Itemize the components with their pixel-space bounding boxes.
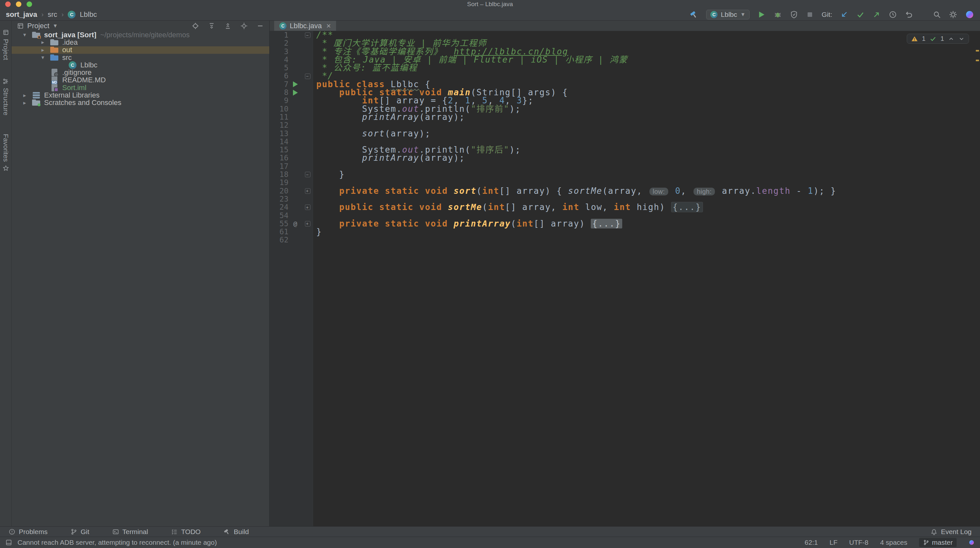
run-icon[interactable]: [757, 10, 766, 19]
tree-item-sort-java-sort[interactable]: ▾sort_java [Sort]~/projects/mine/gitee/d…: [12, 31, 269, 38]
error-stripe[interactable]: [975, 31, 980, 526]
breadcrumb-class[interactable]: Lblbc: [80, 10, 97, 19]
run-line-icon[interactable]: [288, 80, 302, 88]
tree-item-readme-md[interactable]: README.MD: [12, 76, 269, 84]
panel-settings-icon[interactable]: [240, 22, 248, 30]
code-line-18[interactable]: 18− }: [270, 170, 980, 178]
editor[interactable]: 1−/**2 * 厦门大学计算机专业 | 前华为工程师3 * 专注《零基础学编程…: [270, 31, 980, 526]
fold-marker-area: −: [302, 72, 313, 80]
fold-collapse-icon[interactable]: −: [305, 73, 310, 79]
tool-window-button-terminal[interactable]: Terminal: [112, 528, 148, 536]
debug-icon[interactable]: [773, 10, 782, 19]
search-icon[interactable]: [933, 10, 941, 19]
fold-marker-area: [302, 64, 313, 72]
fold-collapse-icon[interactable]: −: [305, 172, 310, 177]
code-line-61[interactable]: 61}: [270, 228, 980, 236]
code-token: int: [482, 186, 500, 196]
code-token: sort: [454, 186, 477, 196]
tree-item-external-libraries[interactable]: ▸External Libraries: [12, 91, 269, 99]
gutter-annotation: [288, 39, 302, 47]
rollback-icon[interactable]: [905, 10, 913, 19]
tool-window-button-build[interactable]: Build: [223, 528, 249, 536]
history-icon[interactable]: [889, 10, 897, 19]
git-branch-widget[interactable]: master: [919, 538, 957, 547]
collapse-all-icon[interactable]: [224, 22, 232, 30]
previous-problem-icon[interactable]: [948, 36, 955, 42]
code-line-11[interactable]: 11 printArray(array);: [270, 113, 980, 121]
file-encoding[interactable]: UTF-8: [849, 538, 869, 546]
code-line-55[interactable]: 55@+ private static void printArray(int[…: [270, 220, 980, 228]
profile-icon[interactable]: [965, 10, 974, 19]
tree-item-lblbc[interactable]: Lblbc: [12, 61, 269, 69]
fold-collapse-icon[interactable]: −: [305, 32, 310, 38]
passed-check-icon: [929, 35, 937, 43]
warning-stripe-mark[interactable]: [976, 60, 979, 61]
gutter-annotation: [288, 31, 302, 39]
breadcrumb-src[interactable]: src: [48, 10, 57, 19]
zoom-window-button[interactable]: [27, 2, 32, 7]
fold-expand-icon[interactable]: +: [305, 188, 310, 194]
indent-setting[interactable]: 4 spaces: [880, 538, 907, 546]
run-configuration-select[interactable]: Lblbc ▼: [706, 10, 749, 19]
tree-chevron-icon[interactable]: ▸: [18, 99, 31, 106]
tool-window-button-todo[interactable]: TODO: [171, 528, 200, 536]
code-line-62[interactable]: 62: [270, 236, 980, 244]
code-token: [316, 153, 362, 162]
tool-window-button-git[interactable]: Git: [70, 528, 89, 536]
gutter-annotation: [288, 130, 302, 138]
tree-chevron-icon[interactable]: ▸: [18, 92, 31, 99]
minimize-window-button[interactable]: [16, 2, 21, 7]
tree-item-scratches-and-consoles[interactable]: ▸Scratches and Consoles: [12, 99, 269, 107]
fold-expand-icon[interactable]: +: [305, 204, 310, 210]
run-line-icon[interactable]: [288, 88, 302, 97]
close-tab-icon[interactable]: ×: [326, 22, 331, 30]
tree-chevron-icon[interactable]: ▸: [36, 47, 49, 54]
code-line-24[interactable]: 24+ public static void sortMe(int[] arra…: [270, 203, 980, 211]
breadcrumb-project[interactable]: sort_java: [6, 10, 37, 19]
hide-panel-icon[interactable]: [256, 22, 264, 30]
editor-tab-lblbc-java[interactable]: Lblbc.java ×: [274, 21, 336, 31]
locate-file-icon[interactable]: [191, 22, 199, 30]
close-window-button[interactable]: [5, 2, 11, 7]
line-ending[interactable]: LF: [830, 538, 838, 546]
vcs-push-icon[interactable]: [872, 10, 881, 19]
tree-item-out[interactable]: ▸out: [12, 46, 269, 54]
code-line-20[interactable]: 20+ private static void sort(int[] array…: [270, 187, 980, 195]
tool-window-button-structure[interactable]: Structure: [2, 78, 10, 115]
notification-dot-icon[interactable]: [968, 539, 975, 546]
tool-window-button-project[interactable]: Project: [2, 29, 10, 60]
tool-window-button-event-log[interactable]: Event Log: [931, 528, 972, 536]
tree-item-sort-iml[interactable]: Sort.iml: [12, 84, 269, 91]
warning-stripe-mark[interactable]: [976, 50, 979, 51]
status-message[interactable]: Cannot reach ADB server, attempting to r…: [18, 538, 217, 546]
build-hammer-icon[interactable]: [689, 10, 698, 19]
class-icon: [68, 11, 75, 19]
vcs-commit-icon[interactable]: [856, 10, 865, 19]
tree-chevron-icon[interactable]: ▾: [18, 32, 31, 38]
tool-window-button-favorites[interactable]: Favorites: [2, 134, 10, 171]
next-problem-icon[interactable]: [958, 36, 965, 42]
coverage-icon[interactable]: [790, 10, 798, 19]
tree-item-idea[interactable]: ▸.idea: [12, 38, 269, 46]
code-line-5[interactable]: 5 * 公众号: 蓝不蓝编程: [270, 64, 980, 72]
fold-expand-icon[interactable]: +: [305, 221, 310, 226]
code-line-17[interactable]: 17: [270, 162, 980, 170]
settings-icon[interactable]: [949, 10, 957, 19]
tree-chevron-icon[interactable]: ▸: [36, 39, 49, 46]
tree-chevron-icon[interactable]: ▾: [36, 54, 49, 61]
tool-window-button-problems[interactable]: Problems: [8, 528, 48, 536]
expand-all-icon[interactable]: [208, 22, 215, 30]
tree-item-gitignore[interactable]: .gitignore: [12, 69, 269, 76]
code-line-13[interactable]: 13 sort(array);: [270, 130, 980, 138]
gutter-annotation: [288, 72, 302, 80]
caret-position[interactable]: 62:1: [805, 538, 818, 546]
inspections-widget[interactable]: 1 1: [907, 34, 969, 44]
chevron-down-icon[interactable]: ▼: [52, 23, 58, 29]
line-number: 5: [270, 64, 288, 72]
project-panel-title[interactable]: Project: [27, 22, 49, 30]
code-token: sort: [362, 129, 385, 139]
status-panel-icon[interactable]: [5, 539, 12, 546]
code-line-16[interactable]: 16 printArray(array);: [270, 154, 980, 162]
tree-item-src[interactable]: ▾src: [12, 54, 269, 61]
vcs-update-icon[interactable]: [840, 10, 848, 19]
